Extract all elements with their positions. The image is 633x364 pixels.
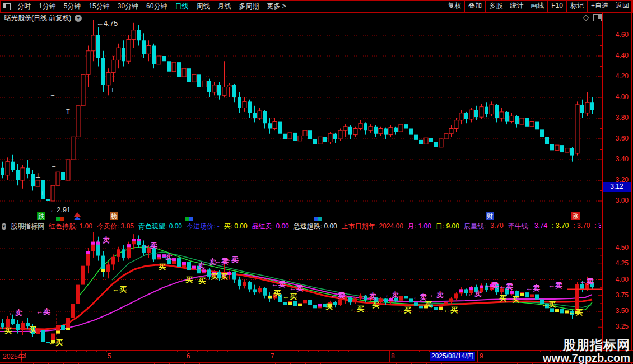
- date-tick: [137, 351, 137, 352]
- indicator-param: : 3.70: [573, 222, 590, 230]
- date-tick: [308, 351, 309, 352]
- y-axis-label: 4.00: [605, 276, 629, 283]
- badge-跌[interactable]: 跌: [37, 212, 45, 220]
- menu-item-1分钟[interactable]: 1分钟: [35, 1, 60, 12]
- indicator-param: 红色持股: 1.00: [49, 222, 92, 230]
- mini-block-right: [318, 217, 322, 221]
- menu-item-周线[interactable]: 周线: [192, 1, 213, 12]
- menu-item-画线[interactable]: 画线: [527, 1, 547, 12]
- date-axis[interactable]: 2025年4567892025/08/14/四: [0, 350, 633, 363]
- mini-block-right: [60, 217, 64, 221]
- layout-split-icon[interactable]: [593, 14, 602, 21]
- sell-signal: ←卖: [8, 308, 22, 318]
- indicator-chevron-icon[interactable]: ▼: [2, 223, 6, 230]
- indicator-header: ▼ 股朋指标网 红色持股: 1.00今卖价: 3.85青色观望: 0.00今进场…: [2, 222, 601, 230]
- date-tick: [117, 351, 117, 352]
- menu-item-分时[interactable]: 分时: [13, 1, 35, 12]
- sell-signal: ←卖: [548, 281, 562, 291]
- buy-signal: 买: [4, 326, 12, 336]
- split-window-icon: [3, 3, 11, 10]
- badge-涨[interactable]: 涨: [571, 212, 580, 220]
- date-label: 8: [391, 352, 395, 360]
- date-tick: [227, 351, 228, 352]
- y-axis-label: 4.25: [605, 259, 629, 267]
- selected-date-label: 2025/08/14/四: [430, 352, 475, 361]
- sell-signal: ←卖: [579, 277, 594, 287]
- date-tick: [238, 351, 238, 352]
- chevron-down-icon[interactable]: ▼: [75, 15, 82, 22]
- indicator-param: 3.74: [534, 222, 547, 230]
- order-mark: –: [52, 64, 55, 71]
- menu-item-15分钟[interactable]: 15分钟: [85, 1, 113, 12]
- menu-item-+自选[interactable]: +自选: [587, 1, 612, 12]
- y-axis-label: 4.50: [605, 244, 629, 251]
- menu-item-多股[interactable]: 多股: [485, 1, 506, 12]
- month-divider: [269, 351, 269, 362]
- menu-item-F10[interactable]: F10: [547, 1, 566, 12]
- badge-榜[interactable]: 榜: [110, 212, 118, 220]
- watermark-url: www.7gpzb.com: [543, 352, 630, 363]
- date-tick: [217, 351, 218, 352]
- sell-signal: ←卖: [499, 282, 513, 292]
- sell-signal: ←卖: [36, 307, 50, 317]
- menu-item-返回[interactable]: 返回: [612, 1, 632, 12]
- chart-title: 曙光股份(日线.前复权): [4, 13, 71, 23]
- indicator-param: 今卖价: 3.85: [97, 222, 134, 230]
- date-tick: [36, 351, 36, 352]
- date-tick: [419, 351, 420, 352]
- menu-item-多周期[interactable]: 多周期: [235, 1, 263, 12]
- menu-item-标记[interactable]: 标记: [566, 1, 587, 12]
- date-tick: [510, 351, 510, 352]
- y-axis-label: 3.25: [605, 323, 629, 330]
- month-divider: [477, 351, 478, 362]
- indicator-param: 上市日期年: 2024.00: [342, 222, 403, 230]
- menu-item-复权[interactable]: 复权: [444, 1, 464, 12]
- buy-signal: 买: [221, 272, 228, 282]
- mini-signal-block: [56, 217, 64, 221]
- date-tick: [490, 351, 490, 352]
- y-axis-label: 3.80: [605, 114, 629, 122]
- menu-item-统计[interactable]: 统计: [506, 1, 527, 12]
- diamond-icon[interactable]: ◇: [583, 13, 589, 21]
- date-tick: [530, 351, 530, 352]
- date-tick: [369, 351, 369, 352]
- buy-signal: 买: [273, 288, 281, 298]
- badge-财[interactable]: 财: [486, 212, 494, 220]
- buy-signal: ←买: [48, 338, 63, 348]
- sell-signal: ←卖: [429, 290, 444, 300]
- window-icon[interactable]: [1, 1, 13, 12]
- watermark: 股朋指标网 www.7gpzb.com: [543, 339, 630, 363]
- sell-signal: ←卖: [143, 241, 157, 251]
- watermark-site-name: 股朋指标网: [543, 339, 630, 352]
- y-axis-label: 3.60: [605, 134, 629, 142]
- date-tick: [197, 351, 198, 352]
- main-candlestick-chart: [0, 12, 602, 221]
- indicator-param: 辰星线:: [464, 222, 486, 230]
- buy-signal: ←买: [112, 284, 127, 295]
- menu-item-5分钟[interactable]: 5分钟: [60, 1, 85, 12]
- pyramid-badge-icon[interactable]: [74, 212, 81, 217]
- buy-signal: 买: [372, 300, 379, 310]
- menu-item-叠加[interactable]: 叠加: [464, 1, 485, 12]
- sell-signal: ←卖: [158, 252, 173, 262]
- title-bar-icons: ◇: [583, 13, 602, 21]
- sell-signal: ←卖: [525, 283, 540, 293]
- menu-item-月线[interactable]: 月线: [213, 1, 235, 12]
- cursor-price-tag: 3.12: [603, 182, 631, 192]
- indicator-param: 买: 0.00: [224, 222, 248, 230]
- top-menu-bar: 分时1分钟5分钟15分钟30分钟60分钟日线周线月线多周期更多 > 复权叠加多股…: [0, 0, 633, 13]
- mini-block-left: [185, 217, 189, 221]
- menu-item-60分钟[interactable]: 60分钟: [142, 1, 171, 12]
- date-tick: [278, 351, 278, 352]
- menu-item-日线[interactable]: 日线: [171, 1, 192, 12]
- month-divider: [389, 351, 390, 362]
- low-price-annotation: ←2.91: [49, 206, 71, 214]
- trading-app-window: 分时1分钟5分钟15分钟30分钟60分钟日线周线月线多周期更多 > 复权叠加多股…: [0, 0, 633, 364]
- date-tick: [399, 351, 399, 352]
- buy-signal: 买: [198, 276, 206, 286]
- mini-signal-block: [314, 217, 322, 221]
- menu-item-更多 >[interactable]: 更多 >: [263, 1, 290, 12]
- date-label: 7: [271, 352, 274, 360]
- order-mark: ⊥: [110, 87, 115, 94]
- menu-item-30分钟[interactable]: 30分钟: [114, 1, 142, 12]
